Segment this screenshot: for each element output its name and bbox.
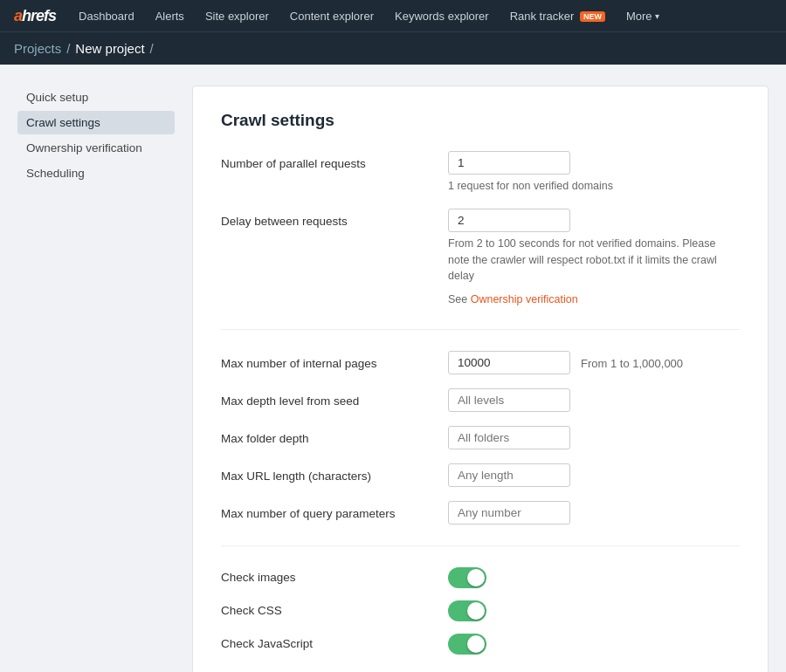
new-badge: NEW (580, 11, 605, 22)
toggle-check-css[interactable] (448, 600, 486, 621)
field-max-internal-pages: Max number of internal pages From 1 to 1… (221, 351, 740, 374)
page-title: Crawl settings (221, 111, 740, 130)
breadcrumb-projects[interactable]: Projects (14, 41, 61, 56)
breadcrumb: Projects / New project / (0, 31, 786, 65)
field-max-url-length: Max URL length (characters) (221, 463, 740, 487)
nav-item-rank-tracker[interactable]: Rank tracker NEW (501, 6, 614, 26)
label-parallel-requests: Number of parallel requests (221, 151, 448, 170)
nav-item-content-explorer[interactable]: Content explorer (281, 6, 383, 26)
toggle-row-check-javascript: Check JavaScript (221, 634, 740, 655)
label-check-javascript: Check JavaScript (221, 637, 448, 650)
input-group-max-query (448, 501, 570, 525)
label-check-css: Check CSS (221, 604, 448, 617)
ownership-verification-link[interactable]: Ownership verification (471, 293, 578, 305)
input-parallel-requests[interactable] (448, 151, 570, 175)
sidebar-item-scheduling[interactable]: Scheduling (17, 161, 175, 185)
section-divider-2 (221, 545, 740, 546)
sidebar-item-quick-setup[interactable]: Quick setup (17, 86, 175, 109)
input-group-max-url (448, 463, 570, 487)
nav-item-site-explorer[interactable]: Site explorer (196, 6, 278, 26)
field-max-folder-depth: Max folder depth (221, 426, 740, 449)
sidebar: Quick setup Crawl settings Ownership ver… (17, 86, 175, 672)
field-max-depth-level: Max depth level from seed (221, 388, 740, 412)
input-delay-requests[interactable] (448, 209, 570, 232)
label-check-images: Check images (221, 571, 448, 584)
label-max-query-params: Max number of query parameters (221, 501, 448, 520)
toggle-row-check-css: Check CSS (221, 600, 740, 621)
nav-item-alerts[interactable]: Alerts (147, 6, 193, 26)
logo[interactable]: ahrefs (14, 7, 56, 25)
input-max-folder-depth[interactable] (448, 426, 570, 449)
input-max-url-length[interactable] (448, 463, 570, 487)
label-max-depth-level: Max depth level from seed (221, 388, 448, 408)
nav-item-dashboard[interactable]: Dashboard (70, 6, 143, 26)
input-max-depth-level[interactable] (448, 388, 570, 412)
hint-parallel-requests: 1 request for non verified domains (448, 178, 613, 195)
hint-max-internal-pages: From 1 to 1,000,000 (581, 351, 683, 370)
input-group-max-depth (448, 388, 570, 412)
label-max-url-length: Max URL length (characters) (221, 463, 448, 483)
label-max-folder-depth: Max folder depth (221, 426, 448, 445)
toggle-check-images[interactable] (448, 567, 486, 588)
content-panel: Crawl settings Number of parallel reques… (192, 86, 769, 672)
toggle-check-javascript[interactable] (448, 634, 486, 655)
ownership-link-wrapper: See Ownership verification (448, 291, 727, 308)
label-max-internal-pages: Max number of internal pages (221, 351, 448, 370)
breadcrumb-new-project: New project (75, 41, 144, 56)
input-group-max-folder (448, 426, 570, 449)
main-layout: Quick setup Crawl settings Ownership ver… (0, 65, 786, 672)
breadcrumb-sep-1: / (66, 41, 70, 56)
nav-item-keywords-explorer[interactable]: Keywords explorer (386, 6, 498, 26)
field-parallel-requests: Number of parallel requests 1 request fo… (221, 151, 740, 195)
input-max-query-params[interactable] (448, 501, 570, 525)
input-max-internal-pages[interactable] (448, 351, 570, 374)
sidebar-item-ownership-verification[interactable]: Ownership verification (17, 136, 175, 160)
input-group-max-internal: From 1 to 1,000,000 (448, 351, 683, 374)
nav-item-more[interactable]: More ▾ (617, 6, 668, 26)
chevron-down-icon: ▾ (655, 11, 659, 21)
ownership-link-prefix: See (448, 293, 471, 305)
breadcrumb-sep-2: / (150, 41, 154, 56)
top-navigation: ahrefs Dashboard Alerts Site explorer Co… (0, 0, 786, 31)
label-delay-requests: Delay between requests (221, 209, 448, 228)
sidebar-item-crawl-settings[interactable]: Crawl settings (17, 111, 175, 134)
field-delay-requests: Delay between requests From 2 to 100 sec… (221, 209, 740, 308)
toggle-row-check-images: Check images (221, 567, 740, 588)
field-max-query-params: Max number of query parameters (221, 501, 740, 525)
hint-delay-requests: From 2 to 100 seconds for not verified d… (448, 236, 727, 285)
section-divider (221, 329, 740, 330)
